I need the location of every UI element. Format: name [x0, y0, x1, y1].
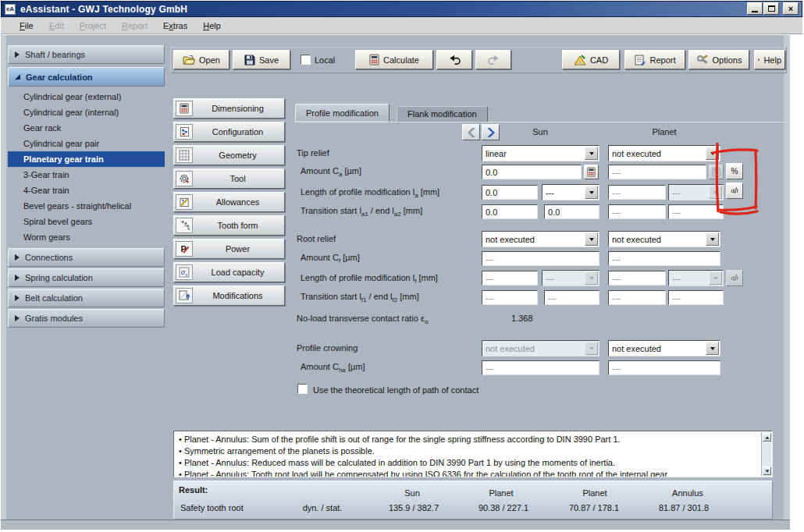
report-button[interactable]: Report	[624, 50, 685, 69]
red-annotation-rectangle	[705, 140, 769, 220]
sidebar-item-cylindrical-gear-pair[interactable]: Cylindrical gear pair	[8, 136, 165, 151]
tab-panel-edge	[295, 122, 784, 122]
tip-relief-planet-dropdown[interactable]: not executed	[608, 145, 720, 161]
load-capacity-button[interactable]: σx Load capacity	[173, 262, 285, 282]
module-label: Allowances	[193, 197, 283, 207]
sidebar-item-bevel-gears[interactable]: Bevel gears - straight/helical	[8, 198, 165, 214]
open-button[interactable]: Open	[173, 50, 229, 69]
minimize-button[interactable]	[747, 2, 763, 15]
next-column-button[interactable]	[482, 124, 500, 140]
chevron-down-icon[interactable]	[706, 232, 719, 246]
result-value-planet-2: 70.87 / 178.1	[569, 503, 619, 512]
module-label: Configuration	[193, 127, 283, 137]
amount-cha-planet-input[interactable]: ---	[608, 360, 720, 375]
length-la-planet-input[interactable]: ---	[608, 185, 666, 200]
menu-project: Project	[72, 19, 114, 33]
tab-profile-modification[interactable]: Profile modification	[295, 104, 390, 122]
sidebar-item-worm-gears[interactable]: Worm gears	[8, 229, 165, 245]
undo-button[interactable]	[436, 50, 472, 69]
sidebar-item-3-gear-train[interactable]: 3-Gear train	[8, 167, 165, 183]
transition-a-sun-start-input[interactable]: 0.0	[482, 204, 538, 219]
save-button[interactable]: Save	[233, 50, 290, 69]
root-relief-planet-dropdown[interactable]: not executed	[608, 231, 720, 247]
length-la-sun-unit-dropdown[interactable]: ---	[542, 184, 599, 200]
tooth-form-icon	[176, 218, 193, 233]
amount-cha-sun-input[interactable]: ---	[482, 360, 599, 375]
sidebar-section-spring-calculation[interactable]: Spring calculation	[8, 268, 165, 287]
tool-button[interactable]: Tool	[173, 168, 285, 189]
transition-f-sun-end-input[interactable]: ---	[544, 290, 599, 305]
sidebar-section-gear-calculation[interactable]: Gear calculation	[8, 67, 165, 87]
result-panel: Result: Sun Planet Planet Annulus Safety…	[173, 481, 773, 520]
sidebar-item-cylindrical-gear-external[interactable]: Cylindrical gear (external)	[8, 89, 165, 105]
app-icon: eA	[5, 4, 16, 15]
help-book-icon	[758, 55, 760, 65]
tip-relief-sun-dropdown[interactable]: linear	[482, 145, 599, 161]
root-relief-label: Root relief	[297, 231, 336, 247]
theoretical-length-checkbox-label: Use the theoretical length of path of co…	[313, 385, 478, 395]
result-column-planet-1: Planet	[489, 488, 513, 498]
chevron-down-icon[interactable]	[585, 186, 598, 199]
sidebar-item-planetary-gear-train[interactable]: Planetary gear train	[8, 151, 165, 167]
sidebar-item-gear-rack[interactable]: Gear rack	[8, 120, 165, 136]
chevron-down-icon	[585, 271, 598, 285]
geometry-button[interactable]: Geometry	[173, 145, 285, 165]
local-checkbox[interactable]	[301, 55, 311, 65]
transition-a-sun-end-input[interactable]: 0.0	[544, 204, 599, 219]
amount-cf-sun-input[interactable]: ---	[482, 251, 599, 266]
calculate-button[interactable]: Calculate	[355, 50, 433, 69]
calculator-button[interactable]	[584, 165, 599, 179]
transition-f-label: Transition start lf1 / end lf2 [mm]	[301, 289, 419, 304]
title-bar[interactable]: eA eAssistant - GWJ Technology GmbH	[1, 1, 802, 17]
options-button[interactable]: Options	[688, 50, 749, 69]
menu-report: Report	[114, 19, 155, 33]
length-lf-sun-input[interactable]: ---	[482, 271, 538, 286]
length-lf-planet-input[interactable]: ---	[608, 271, 666, 286]
cad-button[interactable]: CAD	[562, 50, 620, 69]
sidebar-section-shaft-bearings[interactable]: Shaft / bearings	[8, 45, 165, 64]
tooth-form-button[interactable]: Tooth form	[173, 215, 285, 236]
message-scrollbar[interactable]	[761, 432, 771, 476]
transition-f-planet-end-input[interactable]: ---	[668, 290, 724, 305]
scroll-up-button[interactable]	[763, 433, 771, 442]
maximize-button[interactable]	[763, 2, 779, 15]
chevron-right-icon	[486, 127, 496, 138]
modifications-button[interactable]: Modifications	[173, 286, 285, 306]
sidebar-item-spiral-bevel-gears[interactable]: Spiral bevel gears	[8, 214, 165, 229]
configuration-button[interactable]: Configuration	[173, 122, 285, 142]
amount-ca-sun-input[interactable]: 0.0	[482, 165, 582, 179]
dimensioning-button[interactable]: Dimensioning	[173, 98, 285, 119]
transition-f-sun-start-input[interactable]: ---	[482, 290, 538, 305]
sidebar-section-label: Shaft / bearings	[25, 50, 85, 59]
theoretical-length-checkbox[interactable]	[297, 384, 308, 394]
menu-extras[interactable]: Extras	[155, 19, 195, 33]
module-label: Dimensioning	[193, 104, 283, 113]
chevron-down-icon	[585, 342, 598, 355]
length-la-sun-input[interactable]: 0.0	[482, 185, 538, 200]
chevron-down-icon[interactable]	[706, 342, 719, 355]
chevron-down-icon[interactable]	[585, 147, 598, 160]
menu-file[interactable]: File	[12, 19, 41, 33]
close-button[interactable]: ×	[783, 2, 799, 15]
sidebar-section-connections[interactable]: Connections	[8, 248, 165, 267]
allowances-icon	[176, 194, 193, 210]
root-relief-sun-dropdown[interactable]: not executed	[482, 231, 599, 247]
transition-a-planet-start-input[interactable]: ---	[608, 204, 666, 219]
power-button[interactable]: P Power	[173, 239, 285, 259]
sidebar-item-4-gear-train[interactable]: 4-Gear train	[8, 183, 165, 198]
menu-help[interactable]: Help	[195, 19, 229, 33]
scroll-down-button[interactable]	[763, 466, 771, 475]
allowances-button[interactable]: Allowances	[173, 192, 285, 212]
help-button[interactable]: Help	[754, 50, 785, 69]
profile-crowning-planet-dropdown[interactable]: not executed	[608, 340, 720, 356]
sidebar-section-belt-calculation[interactable]: Belt calculation	[8, 289, 165, 307]
tab-flank-modification[interactable]: Flank modification	[397, 106, 488, 122]
sidebar-item-cylindrical-gear-internal[interactable]: Cylindrical gear (internal)	[8, 105, 165, 120]
sidebar-section-gratis-modules[interactable]: Gratis modules	[8, 309, 165, 328]
window-frame-bottom[interactable]	[1, 520, 790, 530]
amount-ca-planet-input[interactable]: ---	[608, 165, 706, 179]
transition-f-planet-start-input[interactable]: ---	[608, 290, 666, 305]
chevron-down-icon[interactable]	[585, 232, 598, 246]
module-label: Load capacity	[193, 268, 283, 277]
amount-cf-planet-input[interactable]: ---	[608, 251, 720, 266]
